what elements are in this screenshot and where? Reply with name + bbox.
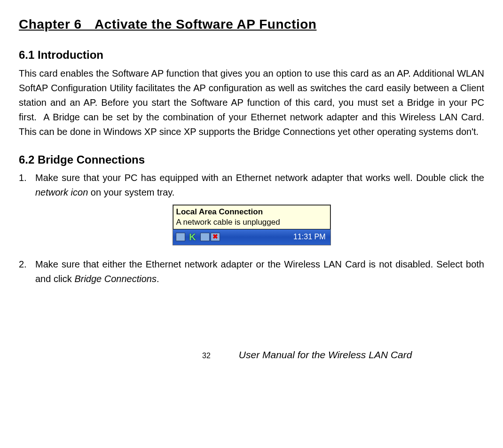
section-6-1-body: This card enables the Software AP functi… xyxy=(19,66,484,139)
list-number: 1. xyxy=(19,171,35,200)
list-item-2: 2. Make sure that either the Ethernet ne… xyxy=(19,257,484,286)
tooltip-message: A network cable is unplugged xyxy=(176,217,327,228)
systray-tooltip: Local Area Connection A network cable is… xyxy=(173,205,330,229)
monitor-icon xyxy=(200,233,210,241)
section-6-1-title: 6.1 Introduction xyxy=(19,46,484,63)
monitor-icon xyxy=(176,233,185,241)
page-number: 32 xyxy=(202,350,211,362)
text-post: on your system tray. xyxy=(88,187,174,197)
text-pre: Make sure that your PC has equipped with… xyxy=(35,173,484,183)
chapter-title: Chapter 6 Activate the Software AP Funct… xyxy=(19,14,484,34)
page-footer: 32 User Manual for the Wireless LAN Card xyxy=(19,347,484,363)
list-body: Make sure that either the Ethernet netwo… xyxy=(35,257,484,286)
text-italic-network-icon: network icon xyxy=(35,187,88,197)
list-number: 2. xyxy=(19,257,35,286)
systray-screenshot: Local Area Connection A network cable is… xyxy=(19,204,484,245)
network-tray-icons[interactable] xyxy=(176,233,185,241)
monitor-disconnected-icon xyxy=(211,233,220,241)
footer-doc-title: User Manual for the Wireless LAN Card xyxy=(239,347,412,363)
systray-clock[interactable]: 11:31 PM xyxy=(293,231,327,243)
network-tray-icons[interactable] xyxy=(200,233,220,241)
section-6-2-title: 6.2 Bridge Connections xyxy=(19,151,484,168)
list-item-1: 1. Make sure that your PC has equipped w… xyxy=(19,171,484,200)
text-post: . xyxy=(157,274,159,284)
list-body: Make sure that your PC has equipped with… xyxy=(35,171,484,200)
tooltip-title: Local Area Connection xyxy=(176,207,327,217)
windows-taskbar: K 11:31 PM xyxy=(173,229,330,245)
k-tray-icon[interactable]: K xyxy=(188,232,197,242)
text-italic-bridge-connections: Bridge Connections xyxy=(74,274,157,284)
